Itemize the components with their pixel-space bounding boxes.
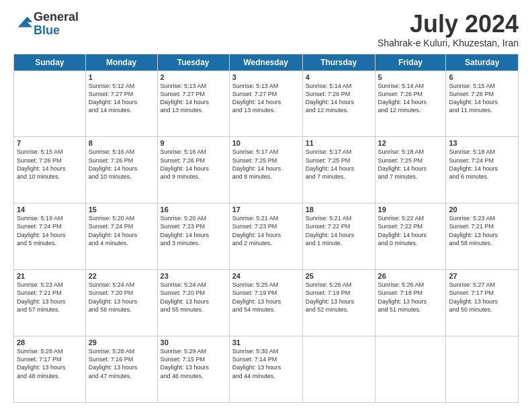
day-info: Sunrise: 5:17 AM Sunset: 7:25 PM Dayligh…	[306, 148, 372, 181]
day-number: 21	[17, 272, 83, 280]
svg-marker-0	[18, 16, 32, 27]
day-info: Sunrise: 5:26 AM Sunset: 7:19 PM Dayligh…	[306, 281, 372, 314]
table-row	[14, 71, 86, 137]
day-info: Sunrise: 5:16 AM Sunset: 7:26 PM Dayligh…	[89, 148, 154, 181]
month-title: July 2024	[378, 11, 519, 38]
day-number: 17	[232, 205, 300, 214]
calendar-table: Sunday Monday Tuesday Wednesday Thursday…	[13, 54, 519, 403]
col-thursday: Thursday	[302, 54, 375, 71]
table-row: 22Sunrise: 5:24 AM Sunset: 7:20 PM Dayli…	[85, 270, 157, 336]
table-row: 5Sunrise: 5:14 AM Sunset: 7:26 PM Daylig…	[375, 71, 446, 137]
table-row	[302, 336, 375, 403]
logo-general: General	[34, 11, 79, 24]
table-row: 26Sunrise: 5:26 AM Sunset: 7:18 PM Dayli…	[375, 270, 446, 336]
day-number: 24	[232, 272, 300, 280]
table-row: 16Sunrise: 5:20 AM Sunset: 7:23 PM Dayli…	[157, 203, 229, 270]
day-number: 14	[17, 205, 83, 214]
day-info: Sunrise: 5:13 AM Sunset: 7:27 PM Dayligh…	[161, 82, 226, 115]
table-row: 14Sunrise: 5:19 AM Sunset: 7:24 PM Dayli…	[14, 203, 86, 270]
table-row: 8Sunrise: 5:16 AM Sunset: 7:26 PM Daylig…	[85, 137, 157, 203]
table-row: 25Sunrise: 5:26 AM Sunset: 7:19 PM Dayli…	[302, 270, 375, 336]
day-info: Sunrise: 5:24 AM Sunset: 7:20 PM Dayligh…	[161, 281, 226, 314]
day-info: Sunrise: 5:13 AM Sunset: 7:27 PM Dayligh…	[232, 82, 300, 115]
day-number: 6	[449, 73, 515, 81]
day-info: Sunrise: 5:18 AM Sunset: 7:25 PM Dayligh…	[378, 148, 443, 181]
table-row: 21Sunrise: 5:23 AM Sunset: 7:21 PM Dayli…	[14, 270, 86, 336]
day-info: Sunrise: 5:15 AM Sunset: 7:26 PM Dayligh…	[17, 148, 83, 181]
day-number: 18	[306, 205, 372, 214]
day-info: Sunrise: 5:20 AM Sunset: 7:23 PM Dayligh…	[161, 214, 226, 247]
col-sunday: Sunday	[14, 54, 86, 71]
day-number: 16	[161, 205, 226, 214]
table-row: 27Sunrise: 5:27 AM Sunset: 7:17 PM Dayli…	[446, 270, 519, 336]
table-row: 2Sunrise: 5:13 AM Sunset: 7:27 PM Daylig…	[157, 71, 229, 137]
logo-icon	[15, 13, 34, 32]
table-row: 3Sunrise: 5:13 AM Sunset: 7:27 PM Daylig…	[229, 71, 302, 137]
table-row	[446, 336, 519, 403]
day-info: Sunrise: 5:24 AM Sunset: 7:20 PM Dayligh…	[89, 281, 154, 314]
day-info: Sunrise: 5:27 AM Sunset: 7:17 PM Dayligh…	[449, 281, 515, 314]
table-row: 1Sunrise: 5:12 AM Sunset: 7:27 PM Daylig…	[85, 71, 157, 137]
table-row: 28Sunrise: 5:28 AM Sunset: 7:17 PM Dayli…	[14, 336, 86, 403]
day-info: Sunrise: 5:16 AM Sunset: 7:26 PM Dayligh…	[161, 148, 226, 181]
table-row: 11Sunrise: 5:17 AM Sunset: 7:25 PM Dayli…	[302, 137, 375, 203]
day-info: Sunrise: 5:23 AM Sunset: 7:21 PM Dayligh…	[449, 214, 515, 247]
table-row	[375, 336, 446, 403]
day-number: 12	[378, 139, 443, 147]
day-info: Sunrise: 5:30 AM Sunset: 7:14 PM Dayligh…	[232, 347, 300, 380]
day-number: 1	[89, 73, 154, 81]
table-row: 9Sunrise: 5:16 AM Sunset: 7:26 PM Daylig…	[157, 137, 229, 203]
day-info: Sunrise: 5:25 AM Sunset: 7:19 PM Dayligh…	[232, 281, 300, 314]
day-number: 11	[306, 139, 372, 147]
day-number: 28	[17, 338, 83, 347]
table-row: 7Sunrise: 5:15 AM Sunset: 7:26 PM Daylig…	[14, 137, 86, 203]
logo-blue: Blue	[34, 24, 79, 38]
table-row: 30Sunrise: 5:29 AM Sunset: 7:15 PM Dayli…	[157, 336, 229, 403]
logo-text: General Blue	[34, 11, 79, 38]
day-info: Sunrise: 5:12 AM Sunset: 7:27 PM Dayligh…	[89, 82, 154, 115]
day-number: 20	[449, 205, 515, 214]
table-row: 29Sunrise: 5:28 AM Sunset: 7:16 PM Dayli…	[85, 336, 157, 403]
day-number: 30	[161, 338, 226, 347]
table-row: 31Sunrise: 5:30 AM Sunset: 7:14 PM Dayli…	[229, 336, 302, 403]
day-number: 22	[89, 272, 154, 280]
table-row: 4Sunrise: 5:14 AM Sunset: 7:26 PM Daylig…	[302, 71, 375, 137]
col-wednesday: Wednesday	[229, 54, 302, 71]
day-number: 23	[161, 272, 226, 280]
day-number: 19	[378, 205, 443, 214]
day-info: Sunrise: 5:22 AM Sunset: 7:22 PM Dayligh…	[378, 214, 443, 247]
day-info: Sunrise: 5:19 AM Sunset: 7:24 PM Dayligh…	[17, 214, 83, 247]
day-info: Sunrise: 5:17 AM Sunset: 7:25 PM Dayligh…	[232, 148, 300, 181]
day-number: 3	[232, 73, 300, 81]
day-info: Sunrise: 5:21 AM Sunset: 7:23 PM Dayligh…	[232, 214, 300, 247]
day-info: Sunrise: 5:28 AM Sunset: 7:17 PM Dayligh…	[17, 347, 83, 380]
logo: General Blue	[13, 11, 79, 38]
header: General Blue July 2024 Shahrak-e Kuluri,…	[13, 11, 519, 48]
table-row: 20Sunrise: 5:23 AM Sunset: 7:21 PM Dayli…	[446, 203, 519, 270]
week-row-3: 21Sunrise: 5:23 AM Sunset: 7:21 PM Dayli…	[14, 270, 519, 336]
day-info: Sunrise: 5:21 AM Sunset: 7:22 PM Dayligh…	[306, 214, 372, 247]
day-number: 2	[161, 73, 226, 81]
day-number: 5	[378, 73, 443, 81]
col-friday: Friday	[375, 54, 446, 71]
week-row-0: 1Sunrise: 5:12 AM Sunset: 7:27 PM Daylig…	[14, 71, 519, 137]
day-info: Sunrise: 5:29 AM Sunset: 7:15 PM Dayligh…	[161, 347, 226, 380]
day-number: 7	[17, 139, 83, 147]
day-number: 29	[89, 338, 154, 347]
week-row-1: 7Sunrise: 5:15 AM Sunset: 7:26 PM Daylig…	[14, 137, 519, 203]
table-row: 6Sunrise: 5:15 AM Sunset: 7:26 PM Daylig…	[446, 71, 519, 137]
table-row: 19Sunrise: 5:22 AM Sunset: 7:22 PM Dayli…	[375, 203, 446, 270]
day-info: Sunrise: 5:15 AM Sunset: 7:26 PM Dayligh…	[449, 82, 515, 115]
col-monday: Monday	[85, 54, 157, 71]
day-number: 10	[232, 139, 300, 147]
day-info: Sunrise: 5:23 AM Sunset: 7:21 PM Dayligh…	[17, 281, 83, 314]
day-number: 9	[161, 139, 226, 147]
header-row: Sunday Monday Tuesday Wednesday Thursday…	[14, 54, 519, 71]
day-number: 31	[232, 338, 300, 347]
table-row: 10Sunrise: 5:17 AM Sunset: 7:25 PM Dayli…	[229, 137, 302, 203]
day-info: Sunrise: 5:14 AM Sunset: 7:26 PM Dayligh…	[378, 82, 443, 115]
table-row: 17Sunrise: 5:21 AM Sunset: 7:23 PM Dayli…	[229, 203, 302, 270]
table-row: 12Sunrise: 5:18 AM Sunset: 7:25 PM Dayli…	[375, 137, 446, 203]
table-row: 15Sunrise: 5:20 AM Sunset: 7:24 PM Dayli…	[85, 203, 157, 270]
col-tuesday: Tuesday	[157, 54, 229, 71]
